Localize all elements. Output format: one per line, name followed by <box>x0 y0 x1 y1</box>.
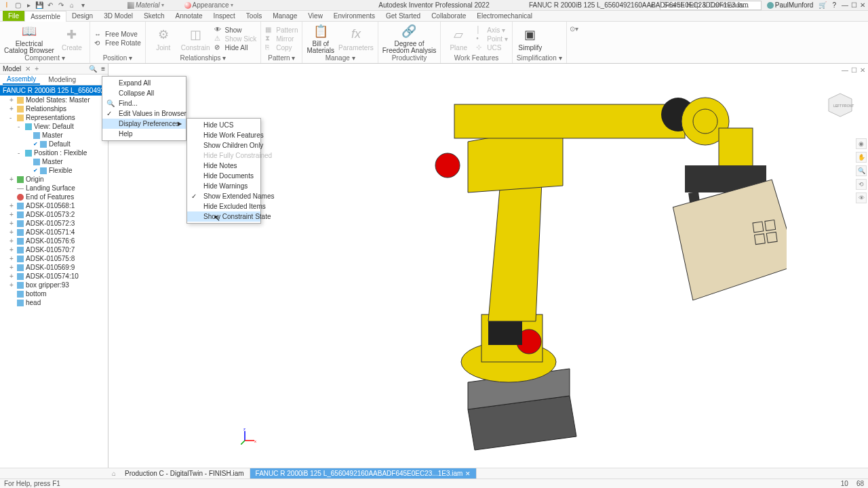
tree-item[interactable]: +ADSK-010572:3 <box>0 219 108 228</box>
browser-tab-assembly[interactable]: Assembly <box>3 75 40 85</box>
tree-item[interactable]: +ADSK-010576:6 <box>0 237 108 245</box>
tab-file[interactable]: File <box>3 11 24 21</box>
parameters-button[interactable]: fxParameters <box>338 26 374 52</box>
menu-item[interactable]: Hide Documents <box>187 171 260 181</box>
tree-item[interactable]: bottom <box>0 289 108 298</box>
tree-expand-icon[interactable]: + <box>9 272 15 280</box>
joint-button[interactable]: ⚙Joint <box>150 26 177 52</box>
copy-button[interactable]: ⎘Copy <box>265 43 298 52</box>
maximize-button[interactable]: ☐ <box>851 1 857 9</box>
nav-pan-icon[interactable]: ✋ <box>856 152 867 163</box>
panel-label-manage[interactable]: Manage ▾ <box>307 54 373 62</box>
tree-expand-icon[interactable]: + <box>9 202 15 209</box>
tab-collaborate[interactable]: Collaborate <box>426 11 471 21</box>
simplify-button[interactable]: ▣Simplify <box>517 26 544 52</box>
tree-expand-icon[interactable]: - <box>18 149 23 157</box>
tree-item[interactable]: +ADSK-010574:10 <box>0 272 108 281</box>
tab-view[interactable]: View <box>302 11 328 21</box>
open-icon[interactable]: ▸ <box>24 1 33 9</box>
menu-item[interactable]: Hide Work Features <box>187 130 260 140</box>
user-menu[interactable]: PaulMunford <box>767 1 814 9</box>
tree-item[interactable]: +ADSK-010571:4 <box>0 228 108 237</box>
tree-item[interactable]: —Landing Surface <box>0 184 108 192</box>
tab-get-started[interactable]: Get Started <box>380 11 426 21</box>
tree-expand-icon[interactable]: + <box>9 105 15 113</box>
tree-root[interactable]: FANUC R 2000iB 125 L_656049216( <box>0 85 108 96</box>
tree-item[interactable]: +ADSK-010573:2 <box>0 210 108 219</box>
material-dropdown[interactable]: Material ▾ <box>127 1 164 9</box>
qat-menu-icon[interactable]: ▾ <box>79 1 87 9</box>
new-icon[interactable]: ▢ <box>14 1 22 9</box>
panel-label-pattern[interactable]: Pattern ▾ <box>265 54 298 62</box>
tab-annotate[interactable]: Annotate <box>170 11 208 21</box>
tab-sketch[interactable]: Sketch <box>138 11 170 21</box>
show-sick-button[interactable]: ⚠Show Sick <box>214 35 257 43</box>
tree-item[interactable]: ✔Default <box>0 140 108 148</box>
menu-item[interactable]: Hide UCS <box>187 120 260 130</box>
viewport-close-icon[interactable]: ✕ <box>860 66 865 74</box>
doc-tab-close-icon[interactable]: ✕ <box>465 470 471 477</box>
save-icon[interactable]: 💾 <box>35 1 43 9</box>
browser-tab-modeling[interactable]: Modeling <box>44 75 80 84</box>
model-tree[interactable]: FANUC R 2000iB 125 L_656049216( +Model S… <box>0 85 108 479</box>
bom-button[interactable]: 📋Bill of Materials <box>307 23 334 54</box>
hide-all-button[interactable]: ⊘Hide All <box>214 43 257 52</box>
redo-icon[interactable]: ↷ <box>57 1 65 9</box>
plane-button[interactable]: ▱Plane <box>445 26 472 52</box>
browser-add-icon[interactable]: + <box>35 65 39 73</box>
tree-item[interactable]: +Origin <box>0 175 108 184</box>
free-rotate-button[interactable]: ⟲Free Rotate <box>94 39 141 47</box>
tree-expand-icon[interactable]: + <box>9 281 15 289</box>
browser-search-icon[interactable]: 🔍 <box>89 65 97 73</box>
tree-item[interactable]: Master <box>0 157 108 166</box>
nav-zoom-icon[interactable]: 🔍 <box>856 165 867 176</box>
viewport-restore-icon[interactable]: ☐ <box>851 66 857 74</box>
tree-item[interactable]: +Model States: Master <box>0 96 108 104</box>
tree-expand-icon[interactable]: - <box>18 123 23 130</box>
tree-expand-icon[interactable]: + <box>9 176 15 183</box>
undo-icon[interactable]: ↶ <box>46 1 54 9</box>
tree-item[interactable]: +box gripper:93 <box>0 281 108 289</box>
menu-item[interactable]: ✓Show Extended Names <box>187 191 260 201</box>
cart-icon[interactable]: 🛒 <box>818 1 827 9</box>
viewcube[interactable]: LEFT FRONT <box>825 91 856 122</box>
tree-item[interactable]: -Representations <box>0 113 108 122</box>
browser-close-icon[interactable]: ✕ <box>25 65 31 73</box>
dof-button[interactable]: 🔗Degree of Freedom Analysis <box>382 23 436 54</box>
mirror-button[interactable]: ⧗Mirror <box>265 35 298 43</box>
tree-item[interactable]: head <box>0 298 108 307</box>
menu-item[interactable]: Hide Warnings <box>187 181 260 191</box>
tree-expand-icon[interactable]: + <box>9 237 15 245</box>
show-button[interactable]: 👁Show <box>214 26 257 34</box>
menu-item[interactable]: Hide Excluded Items <box>187 201 260 211</box>
doc-tab-1[interactable]: Production C - DigitalTwin - FINISH.iam <box>119 468 250 479</box>
constrain-button[interactable]: ◫Constrain <box>181 26 210 52</box>
tab-assemble[interactable]: Assemble <box>24 11 66 22</box>
tree-item[interactable]: +ADSK-010569:9 <box>0 263 108 272</box>
tree-expand-icon[interactable]: + <box>9 264 15 271</box>
tree-expand-icon[interactable]: - <box>9 114 15 121</box>
nav-orbit-icon[interactable]: ⟲ <box>856 179 867 190</box>
menu-item[interactable]: ✓Edit Values in Browser <box>102 108 186 119</box>
app-icon[interactable]: I <box>3 1 11 9</box>
point-button[interactable]: •Point ▾ <box>476 35 508 43</box>
pattern-button[interactable]: ▦Pattern <box>265 26 298 34</box>
tree-item[interactable]: +ADSK-010568:1 <box>0 201 108 210</box>
tab-tools[interactable]: Tools <box>241 11 267 21</box>
menu-item[interactable]: Show Children Only <box>187 140 260 150</box>
tree-expand-icon[interactable]: + <box>9 211 15 218</box>
doc-tab-2[interactable]: FANUC R 2000iB 125 L_6560492160AABADF645… <box>250 468 477 479</box>
nav-wheel-icon[interactable]: ◉ <box>856 138 867 149</box>
browser-menu-icon[interactable]: ≡ <box>101 65 105 73</box>
tree-item[interactable]: -View: Default <box>0 122 108 131</box>
home-icon[interactable]: ⌂ <box>68 1 76 9</box>
tree-item[interactable]: +Relationships <box>0 104 108 113</box>
tab-3d-model[interactable]: 3D Model <box>98 11 138 21</box>
menu-item[interactable]: Help <box>102 129 186 139</box>
tab-electromechanical[interactable]: Electromechanical <box>471 11 538 21</box>
ucs-button[interactable]: ⊹UCS <box>476 43 508 52</box>
tree-item[interactable]: Master <box>0 131 108 140</box>
nav-look-icon[interactable]: 👁 <box>856 192 867 203</box>
help-icon[interactable]: ? <box>832 1 836 9</box>
tree-item[interactable]: End of Features <box>0 192 108 201</box>
